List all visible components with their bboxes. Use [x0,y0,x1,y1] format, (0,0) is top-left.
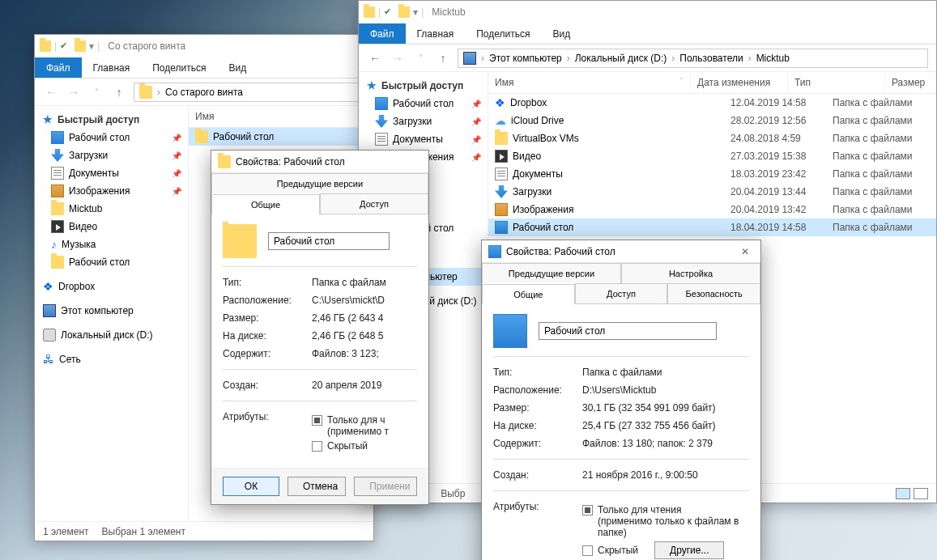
dropbox-icon: ❖ [43,280,53,293]
quick-access[interactable]: ★Быстрый доступ [35,111,188,129]
created-value: 21 ноября 2016 г., 9:00:50 [582,469,749,481]
sidebar-dropbox[interactable]: ❖Dropbox [35,278,188,295]
column-date[interactable]: Дата изменения [691,72,788,93]
breadcrumb-item[interactable]: Micktub [756,53,790,64]
file-type: Папка с файлами [833,151,930,162]
breadcrumb-item[interactable]: Со старого винта [165,87,243,98]
document-icon [375,133,388,146]
file-row[interactable]: Рабочий стол 18.04.2019 14:58 Папка с фа… [488,218,936,236]
type-value: Папка с файлами [582,367,749,378]
file-name: Видео [513,151,541,162]
readonly-checkbox[interactable]: Только для чтения(применимо только к фай… [582,504,749,538]
back-button[interactable]: ← [367,52,383,65]
check-icon[interactable]: ✔ [60,40,71,52]
breadcrumb-item[interactable]: Локальный диск (D:) [575,53,667,64]
sidebar-item-music[interactable]: ♪Музыка [35,235,188,253]
status-selected: Выбран 1 элемент [102,526,185,537]
sidebar-disk[interactable]: Локальный диск (D:) [35,326,188,344]
file-tab[interactable]: Файл [359,23,406,44]
back-button[interactable]: ← [43,86,59,99]
contains-label: Содержит: [223,348,312,359]
column-headers: Имя˄ Дата изменения Тип Размер [488,72,936,94]
ok-button[interactable]: ОК [223,477,279,496]
file-row[interactable]: Изображения 20.04.2019 13:42 Папка с фай… [488,201,936,218]
tab-sharing[interactable]: Доступ [320,193,428,214]
home-tab[interactable]: Главная [406,23,466,44]
view-details-button[interactable] [896,488,910,499]
sidebar-item-pictures[interactable]: Изображения📌 [35,182,188,200]
up-button[interactable]: ↑ [111,86,127,99]
view-tab[interactable]: Вид [541,23,581,44]
tab-prev-versions[interactable]: Предыдущие версии [211,173,428,193]
column-size[interactable]: Размер [885,72,936,93]
tab-security[interactable]: Безопасность [667,283,760,303]
forward-button[interactable]: → [66,86,82,99]
forward-button[interactable]: → [390,52,406,65]
view-large-button[interactable] [914,488,928,499]
tab-general[interactable]: Общие [211,194,320,214]
breadcrumb-item[interactable]: Этот компьютер [489,53,562,64]
sidebar-item-desktop[interactable]: Рабочий стол📌 [359,95,488,112]
file-row[interactable]: VirtualBox VMs 24.08.2018 4:59 Папка с ф… [488,129,936,147]
breadcrumb-item[interactable]: Пользователи [679,53,743,64]
home-tab[interactable]: Главная [82,57,142,78]
share-tab[interactable]: Поделиться [465,23,541,44]
readonly-checkbox[interactable]: Только для ч(применимо т [312,414,417,437]
file-row[interactable]: Видео 27.03.2019 15:38 Папка с файлами [488,147,936,165]
hidden-checkbox[interactable]: Скрытый [582,545,638,556]
video-icon [495,150,508,163]
sidebar-item-desktop2[interactable]: Рабочий стол [35,253,188,271]
attributes-label: Атрибуты: [493,501,582,559]
file-row[interactable]: Документы 18.03.2019 23:42 Папка с файла… [488,165,936,183]
desktop-icon [51,131,64,144]
check-icon[interactable]: ✔ [384,6,395,18]
column-type[interactable]: Тип [788,72,885,93]
contains-label: Содержит: [493,438,582,449]
sidebar-item-video[interactable]: Видео [35,218,188,235]
column-name[interactable]: Имя˄ [488,72,691,93]
file-row[interactable]: ☁iCloud Drive 28.02.2019 12:56 Папка с ф… [488,112,936,129]
breadcrumb[interactable]: › Со старого винта [134,83,365,102]
share-tab[interactable]: Поделиться [141,57,217,78]
file-tab[interactable]: Файл [35,57,82,78]
sidebar-computer[interactable]: Этот компьютер [35,302,188,320]
file-row[interactable]: ❖Dropbox 12.04.2019 14:58 Папка с файлам… [488,94,936,112]
folder-name-input[interactable] [268,232,390,250]
view-tab[interactable]: Вид [217,57,258,78]
sidebar-item-documents[interactable]: Документы📌 [35,164,188,182]
tab-prev-versions[interactable]: Предыдущие версии [482,263,621,283]
sidebar-item-downloads[interactable]: Загрузки📌 [35,146,188,164]
sidebar-item-desktop[interactable]: Рабочий стол📌 [35,129,188,146]
apply-button[interactable]: Примени [354,477,417,496]
sidebar-item-documents[interactable]: Документы📌 [359,130,488,148]
file-row[interactable]: Рабочий стол [189,128,373,146]
folder-icon [495,132,508,145]
close-button[interactable]: ✕ [736,246,754,257]
hidden-checkbox[interactable]: Скрытый [312,440,417,452]
up-button[interactable]: ↑ [435,52,451,65]
history-button[interactable]: ˅ [88,87,104,96]
tab-sharing[interactable]: Доступ [575,283,668,303]
attributes-label: Атрибуты: [223,411,312,455]
breadcrumb[interactable]: › Этот компьютер› Локальный диск (D:)› П… [458,49,928,68]
folder-qat-icon[interactable] [398,6,410,18]
history-button[interactable]: ˅ [412,53,428,62]
cancel-button[interactable]: Отмена [287,477,346,496]
sidebar-item-micktub[interactable]: Micktub [35,200,188,218]
file-type: Папка с файлами [833,133,930,144]
file-row[interactable]: Загрузки 20.04.2019 13:44 Папка с файлам… [488,183,936,201]
tab-general[interactable]: Общие [482,284,575,304]
checkbox-icon [582,505,593,515]
file-date: 18.04.2019 14:58 [730,222,828,233]
quick-access[interactable]: ★Быстрый доступ [359,77,488,95]
folder-name-input[interactable] [539,322,717,340]
sidebar-item-downloads[interactable]: Загрузки📌 [359,112,488,130]
navbar: ← → ˅ ↑ › Со старого винта [35,78,373,106]
pin-icon: 📌 [471,100,481,108]
sidebar-network[interactable]: 🖧Сеть [35,350,188,368]
column-name[interactable]: Имя [189,106,373,127]
tab-customize[interactable]: Настройка [621,263,760,283]
folder-icon [40,40,51,52]
other-button[interactable]: Другие... [654,541,724,559]
folder-qat-icon[interactable] [75,40,86,52]
